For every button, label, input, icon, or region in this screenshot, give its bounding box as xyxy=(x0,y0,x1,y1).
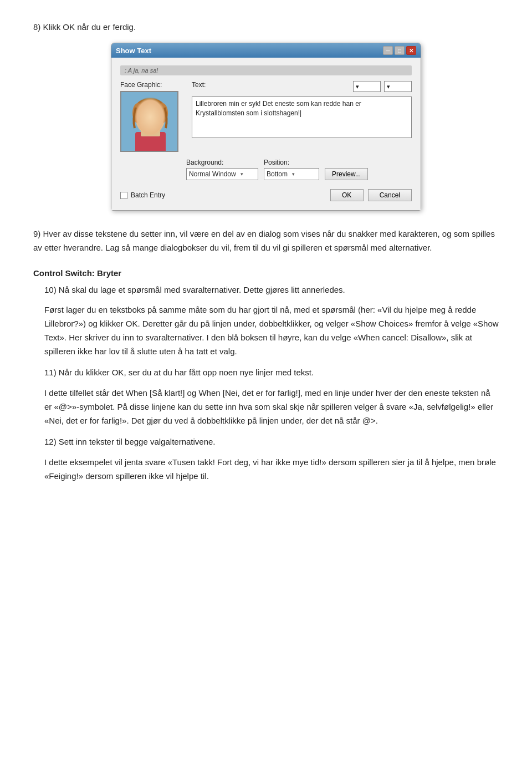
position-label: Position: xyxy=(264,159,319,166)
step10-block: 10) Nå skal du lage et spørsmål med svar… xyxy=(33,283,499,359)
footer-buttons: OK Cancel xyxy=(330,189,412,201)
step11-block: 11) Når du klikker OK, ser du at du har … xyxy=(33,366,499,427)
ok-button[interactable]: OK xyxy=(330,189,364,201)
dialog-container: Show Text ─ □ ✕ : A ja, na sa! Face Grap… xyxy=(33,43,499,211)
background-arrow-icon: ▾ xyxy=(241,171,243,177)
batch-entry-checkbox[interactable] xyxy=(120,192,127,199)
svg-point-9 xyxy=(152,116,158,123)
svg-rect-1 xyxy=(135,132,166,152)
step11-body: I dette tilfellet står det When [Så klar… xyxy=(44,386,499,427)
svg-point-8 xyxy=(142,116,148,123)
text-area[interactable]: Lillebroren min er syk! Det eneste som k… xyxy=(192,96,412,138)
background-label: Background: xyxy=(186,159,258,166)
svg-rect-0 xyxy=(121,92,178,152)
svg-point-13 xyxy=(155,118,157,120)
svg-point-10 xyxy=(144,118,147,122)
close-button[interactable]: ✕ xyxy=(406,46,416,55)
dialog-footer: Batch Entry OK Cancel xyxy=(120,186,412,202)
top-strip-text: : A ja, na sa! xyxy=(125,67,158,74)
step12-block: 12) Sett inn tekster til begge valgalter… xyxy=(33,435,499,483)
show-text-dialog: Show Text ─ □ ✕ : A ja, na sa! Face Grap… xyxy=(111,43,421,211)
maximize-button[interactable]: □ xyxy=(395,46,405,55)
position-arrow-icon: ▾ xyxy=(292,171,295,177)
text-dropdown2[interactable]: ▾ xyxy=(384,81,412,92)
preview-group: Preview... xyxy=(325,159,368,180)
control-switch-heading: Control Switch: Bryter xyxy=(33,268,499,278)
step8-header: 8) Klikk OK når du er ferdig. xyxy=(33,22,499,32)
dialog-body: : A ja, na sa! Face Graphic: xyxy=(111,58,421,210)
text-label: Text: xyxy=(192,81,206,94)
svg-point-11 xyxy=(154,118,157,122)
svg-point-12 xyxy=(145,118,147,120)
step9-text: 9) Hver av disse tekstene du setter inn,… xyxy=(33,227,499,255)
step10-body: Først lager du en tekstboks på samme måt… xyxy=(44,303,499,358)
background-value: Normal Window xyxy=(189,170,236,178)
dialog-title: Show Text xyxy=(116,47,151,55)
step10-header: 10) Nå skal du lage et spørsmål med svar… xyxy=(44,283,499,297)
dialog-content: Face Graphic: xyxy=(120,81,412,152)
step12-body: I dette eksempelet vil jenta svare «Tuse… xyxy=(44,456,499,483)
face-graphic-section: Face Graphic: xyxy=(120,81,184,152)
position-value: Bottom xyxy=(267,170,288,178)
face-graphic-image[interactable] xyxy=(120,91,178,152)
text-dropdowns: ▾ ▾ xyxy=(353,81,412,92)
character-svg xyxy=(121,92,178,152)
svg-point-4 xyxy=(136,103,165,134)
face-graphic-label: Face Graphic: xyxy=(120,81,162,89)
dialog-row2: Background: Normal Window ▾ Position: Bo… xyxy=(120,159,412,180)
svg-rect-3 xyxy=(146,126,155,132)
svg-point-6 xyxy=(132,103,144,123)
step9-paragraph: 9) Hver av disse tekstene du setter inn,… xyxy=(33,227,499,255)
text-dropdown1[interactable]: ▾ xyxy=(353,81,381,92)
position-dropdown[interactable]: Bottom ▾ xyxy=(264,168,319,180)
step12-header: 12) Sett inn tekster til begge valgalter… xyxy=(44,435,499,449)
background-dropdown[interactable]: Normal Window ▾ xyxy=(186,168,258,180)
dialog-title-buttons: ─ □ ✕ xyxy=(383,46,416,55)
dialog-top-strip: : A ja, na sa! xyxy=(120,65,412,75)
text-section-header: Text: ▾ ▾ xyxy=(192,81,412,94)
batch-entry: Batch Entry xyxy=(120,191,165,199)
position-field: Position: Bottom ▾ xyxy=(264,159,319,180)
svg-point-7 xyxy=(157,103,168,123)
text-section: Text: ▾ ▾ Lillebroren min er syk! Det en… xyxy=(192,81,412,152)
preview-button[interactable]: Preview... xyxy=(325,168,368,180)
batch-entry-label: Batch Entry xyxy=(131,191,165,199)
dialog-titlebar: Show Text ─ □ ✕ xyxy=(111,43,421,58)
step11-header: 11) Når du klikker OK, ser du at du har … xyxy=(44,366,499,380)
svg-point-5 xyxy=(136,99,165,114)
cancel-button[interactable]: Cancel xyxy=(368,189,412,201)
minimize-button[interactable]: ─ xyxy=(383,46,393,55)
svg-rect-2 xyxy=(141,130,160,136)
background-field: Background: Normal Window ▾ xyxy=(186,159,258,180)
